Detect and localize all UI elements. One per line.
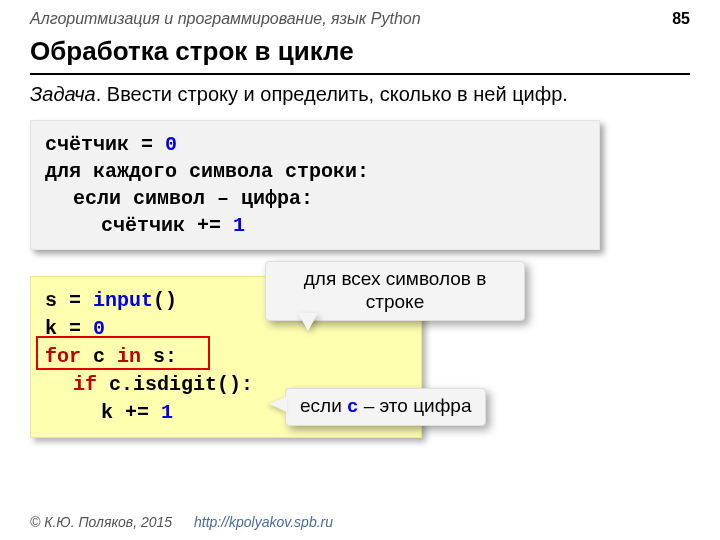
pseudo-line-2: для каждого символа строки:: [45, 158, 585, 185]
pseudo-line-3: если символ – цифра:: [45, 185, 585, 212]
task-label: Задача: [30, 83, 96, 105]
callout-text: строке: [366, 291, 424, 312]
code-text: c: [81, 345, 117, 368]
pseudo-number: 1: [233, 214, 245, 237]
callout-for-loop: для всех символов в строке: [265, 261, 525, 321]
code-text: k +=: [101, 401, 161, 424]
pseudo-line-4: счётчик += 1: [45, 212, 585, 239]
code-keyword: for: [45, 345, 81, 368]
callout-tail: [298, 313, 318, 331]
code-number: 1: [161, 401, 173, 424]
code-text: s:: [141, 345, 177, 368]
pseudo-line-1: счётчик = 0: [45, 131, 585, 158]
callout-text: для всех символов в: [304, 268, 487, 289]
course-title: Алгоритмизация и программирование, язык …: [30, 10, 421, 28]
callout-code: c: [347, 396, 358, 418]
code-number: 0: [93, 317, 105, 340]
code-area: s = input() k = 0 for c in s: if c.isdig…: [30, 276, 690, 466]
code-text: c.isdigit():: [97, 373, 253, 396]
slide: Алгоритмизация и программирование, язык …: [0, 0, 720, 540]
pseudo-text: счётчик =: [45, 133, 165, 156]
callout-text: если: [300, 395, 347, 416]
callout-tail: [269, 396, 287, 412]
copyright: © К.Ю. Поляков, 2015: [30, 514, 172, 530]
code-text: (): [153, 289, 177, 312]
pseudocode-block: счётчик = 0 для каждого символа строки: …: [30, 120, 600, 250]
code-text: s =: [45, 289, 93, 312]
code-text: k =: [45, 317, 93, 340]
pseudo-number: 0: [165, 133, 177, 156]
task-statement: Задача. Ввести строку и определить, скол…: [30, 83, 690, 106]
page-number: 85: [672, 10, 690, 28]
code-keyword: if: [73, 373, 97, 396]
code-keyword: in: [117, 345, 141, 368]
header-row: Алгоритмизация и программирование, язык …: [30, 10, 690, 32]
pseudo-text: счётчик +=: [101, 214, 233, 237]
code-line-3: for c in s:: [45, 343, 407, 371]
code-fn: input: [93, 289, 153, 312]
callout-text: – это цифра: [358, 395, 471, 416]
task-text: Ввести строку и определить, сколько в не…: [107, 83, 568, 105]
callout-isdigit: если c – это цифра: [285, 388, 486, 426]
footer: © К.Ю. Поляков, 2015 http://kpolyakov.sp…: [30, 514, 333, 530]
footer-url: http://kpolyakov.spb.ru: [194, 514, 333, 530]
slide-title: Обработка строк в цикле: [30, 36, 690, 75]
